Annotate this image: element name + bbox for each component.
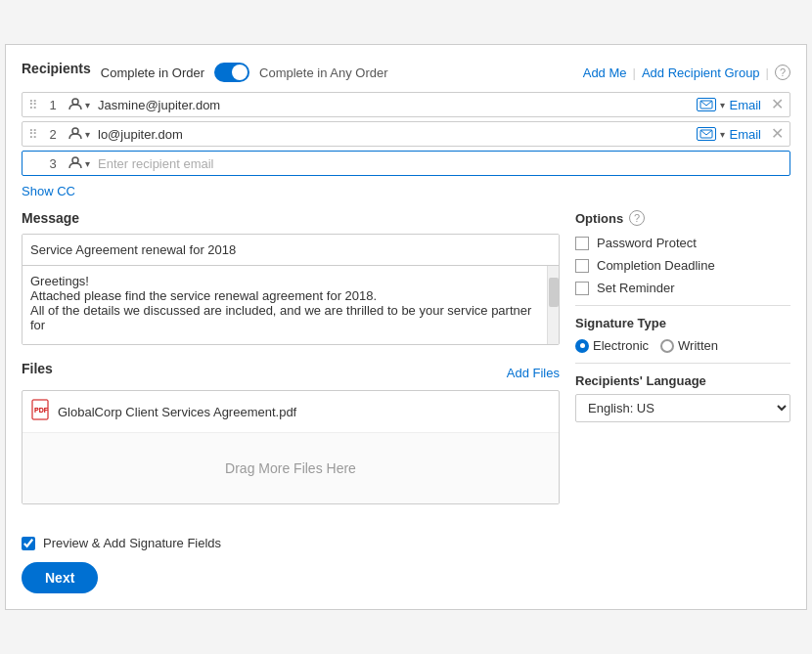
recipient-method-2[interactable]: ▾ Email xyxy=(697,127,761,142)
remove-recipient-2[interactable]: ✕ xyxy=(771,126,784,142)
scrollbar-thumb xyxy=(549,278,559,307)
options-title: Options xyxy=(575,211,623,226)
signature-type-options: Electronic Written xyxy=(575,338,790,353)
message-scrollbar[interactable] xyxy=(547,266,559,344)
recipient-email-1[interactable] xyxy=(98,98,697,112)
option-set-reminder: Set Reminder xyxy=(575,281,790,295)
row-number-2: 2 xyxy=(44,127,62,142)
options-divider-2 xyxy=(575,363,790,364)
completion-deadline-checkbox[interactable] xyxy=(575,259,589,273)
add-files-link[interactable]: Add Files xyxy=(507,366,560,380)
options-panel: Options ? Password Protect Completion De… xyxy=(575,210,790,520)
message-subject[interactable] xyxy=(23,235,559,266)
drag-handle-1[interactable]: ⠿ xyxy=(28,98,38,112)
set-reminder-checkbox[interactable] xyxy=(575,282,589,295)
recipient-type-icon-3[interactable]: ▾ xyxy=(68,155,90,171)
svg-point-2 xyxy=(72,128,78,134)
written-label: Written xyxy=(678,338,718,353)
row-number-1: 1 xyxy=(44,98,62,112)
files-section: Files Add Files PDF GlobalCorp Client Se… xyxy=(22,361,560,504)
file-name-1: GlobalCorp Client Services Agreement.pdf xyxy=(58,405,296,419)
svg-point-0 xyxy=(72,99,78,105)
recipient-type-icon-1[interactable]: ▾ xyxy=(68,97,90,112)
file-row-1: PDF GlobalCorp Client Services Agreement… xyxy=(23,391,559,433)
options-divider xyxy=(575,305,790,306)
remove-recipient-1[interactable]: ✕ xyxy=(771,97,784,112)
recipient-email-3[interactable] xyxy=(98,156,784,171)
recipient-email-2[interactable] xyxy=(98,127,697,142)
sig-written-option[interactable]: Written xyxy=(660,338,718,353)
files-box: PDF GlobalCorp Client Services Agreement… xyxy=(22,390,560,504)
recipients-title: Recipients xyxy=(22,61,91,76)
preview-checkbox[interactable] xyxy=(22,537,35,550)
next-button[interactable]: Next xyxy=(22,562,98,593)
add-recipient-group-link[interactable]: Add Recipient Group xyxy=(642,65,760,80)
svg-text:PDF: PDF xyxy=(34,407,49,414)
svg-point-4 xyxy=(72,157,78,163)
files-title: Files xyxy=(22,361,53,376)
message-section: Message Greetings! Attached please find … xyxy=(22,210,560,345)
recipients-language-title: Recipients' Language xyxy=(575,373,790,388)
drag-more-area[interactable]: Drag More Files Here xyxy=(23,433,559,503)
row-number-3: 3 xyxy=(44,156,62,171)
option-password-protect: Password Protect xyxy=(575,236,790,250)
add-me-link[interactable]: Add Me xyxy=(583,65,627,80)
recipient-row-2: ⠿ 2 ▾ ▾ Email ✕ xyxy=(22,121,790,147)
sig-electronic-option[interactable]: Electronic xyxy=(575,338,649,353)
complete-any-order-label: Complete in Any Order xyxy=(259,65,388,80)
recipients-language-select[interactable]: English: US French Spanish German xyxy=(575,394,790,422)
recipient-row-1: ⠿ 1 ▾ ▾ Email ✕ xyxy=(22,92,790,117)
password-protect-label: Password Protect xyxy=(597,236,697,250)
drag-handle-2[interactable]: ⠿ xyxy=(28,127,38,142)
set-reminder-label: Set Reminder xyxy=(597,281,674,295)
method-chevron-1: ▾ xyxy=(720,100,725,110)
recipient-method-1[interactable]: ▾ Email xyxy=(697,98,761,112)
completion-deadline-label: Completion Deadline xyxy=(597,258,715,273)
password-protect-checkbox[interactable] xyxy=(575,237,589,250)
electronic-radio[interactable] xyxy=(575,339,589,353)
preview-label: Preview & Add Signature Fields xyxy=(43,536,221,550)
written-radio[interactable] xyxy=(660,339,674,353)
email-icon-2 xyxy=(697,127,716,141)
options-help-icon[interactable]: ? xyxy=(629,210,645,226)
drag-handle-3: ⠿ xyxy=(28,156,38,171)
complete-in-order-toggle[interactable] xyxy=(214,63,249,82)
option-completion-deadline: Completion Deadline xyxy=(575,258,790,273)
message-body[interactable]: Greetings! Attached please find the serv… xyxy=(23,266,547,344)
preview-row: Preview & Add Signature Fields xyxy=(22,536,790,550)
method-label-1: Email xyxy=(729,98,761,112)
message-area: Greetings! Attached please find the serv… xyxy=(22,234,560,345)
recipient-row-3: ⠿ 3 ▾ xyxy=(22,151,790,176)
method-chevron-2: ▾ xyxy=(720,129,725,140)
email-icon-1 xyxy=(697,98,716,111)
signature-type-title: Signature Type xyxy=(575,316,790,330)
show-cc-link[interactable]: Show CC xyxy=(22,184,75,198)
recipients-help-icon[interactable]: ? xyxy=(775,65,790,80)
message-title: Message xyxy=(22,210,560,226)
complete-in-order-label: Complete in Order xyxy=(101,65,204,80)
pdf-icon: PDF xyxy=(30,399,50,424)
recipient-type-icon-2[interactable]: ▾ xyxy=(68,126,90,142)
electronic-label: Electronic xyxy=(593,338,649,353)
method-label-2: Email xyxy=(729,127,761,142)
